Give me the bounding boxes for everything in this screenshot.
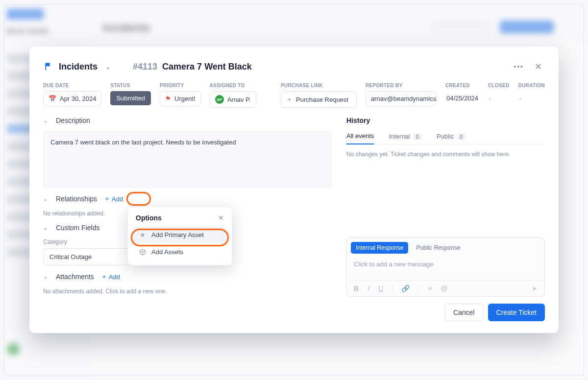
modal-header: Incidents ⌄ #4113 Camera 7 Went Black ••… — [43, 58, 545, 75]
compose-input[interactable]: Click to add a new message — [347, 257, 544, 280]
italic-icon[interactable]: I — [368, 285, 369, 292]
section-attachments-header: ⌄ Attachments ＋ Add — [43, 272, 332, 281]
cancel-button[interactable]: Cancel — [445, 304, 483, 321]
plus-icon: ＋ — [101, 272, 107, 281]
star-icon: ★ — [139, 231, 147, 238]
ticket-id: #4113 — [133, 62, 157, 72]
tab-internal-response[interactable]: Internal Response — [351, 242, 408, 254]
due-date-picker[interactable]: 📅 Apr 30, 2024 — [43, 91, 101, 106]
incidents-icon — [43, 61, 54, 72]
purchase-request-button[interactable]: ＋ Purchase Request — [281, 91, 357, 108]
mention-icon[interactable]: @ — [441, 285, 447, 292]
priority-select[interactable]: ⚑ Urgent! — [160, 91, 201, 106]
close-icon[interactable]: ✕ — [218, 214, 224, 222]
option-add-primary-asset[interactable]: ★ Add Primary Asset — [133, 227, 227, 243]
field-assigned-to: ASSIGNED TO AP Arnav P. — [210, 83, 256, 108]
field-reported-by: REPORTED BY arnav@beamdynamics.io — [366, 83, 437, 106]
ticket-title: Camera 7 Went Black — [162, 62, 252, 72]
plus-icon: ＋ — [286, 95, 293, 104]
align-icon[interactable]: ≡ — [428, 285, 432, 292]
link-icon[interactable]: 🔗 — [401, 285, 410, 292]
description-text[interactable]: Camera 7 went black on the last project.… — [43, 131, 332, 188]
plus-icon: ＋ — [104, 194, 110, 203]
attachments-empty[interactable]: No attachments added. Click to add a new… — [43, 288, 332, 295]
send-icon[interactable]: ➤ — [532, 285, 538, 292]
tab-internal[interactable]: Internal0 — [389, 128, 422, 144]
field-priority: PRIORITY ⚑ Urgent! — [160, 83, 201, 106]
field-purchase-link: PURCHASE LINK ＋ Purchase Request — [281, 83, 357, 108]
reported-by-input[interactable]: arnav@beamdynamics.io — [366, 91, 437, 106]
history-title: History — [346, 117, 545, 124]
tab-all-events[interactable]: All events — [346, 128, 374, 144]
compose-box: Internal Response Public Response Click … — [346, 238, 545, 297]
field-status: STATUS Submitted — [110, 83, 151, 105]
category-select[interactable]: Critical Outage — [43, 248, 139, 265]
breadcrumb-category[interactable]: Incidents — [59, 62, 98, 72]
option-add-assets[interactable]: Add Assets — [133, 244, 227, 260]
add-attachment-button[interactable]: ＋ Add — [101, 272, 120, 281]
bold-icon[interactable]: B — [354, 285, 359, 292]
close-icon[interactable]: ✕ — [532, 58, 545, 75]
chevron-down-icon[interactable]: ⌄ — [43, 273, 49, 280]
chevron-down-icon[interactable]: ⌄ — [43, 195, 49, 202]
fields-row: DUE DATE 📅 Apr 30, 2024 STATUS Submitted… — [43, 83, 545, 108]
history-tabs: All events Internal0 Public0 — [346, 128, 545, 145]
section-description-header: ⌄ Description — [43, 117, 332, 124]
tab-public[interactable]: Public0 — [437, 128, 466, 144]
history-empty: No changes yet. Ticket changes and comme… — [346, 145, 545, 158]
add-relationship-button[interactable]: ＋ Add — [104, 194, 123, 203]
calendar-icon: 📅 — [49, 95, 56, 102]
section-relationships-header: ⌄ Relationships ＋ Add — [43, 194, 332, 203]
chevron-down-icon[interactable]: ⌄ — [43, 117, 49, 124]
field-created: CREATED 04/25/2024 — [445, 83, 479, 105]
status-pill[interactable]: Submitted — [110, 91, 151, 105]
avatar: AP — [215, 95, 224, 104]
compose-toolbar: B I U 🔗 ≡ @ ➤ — [347, 280, 544, 296]
options-popover: Options ✕ ★ Add Primary Asset Add Assets — [127, 207, 232, 265]
field-duration: DURATION - — [518, 83, 545, 105]
popover-title: Options — [136, 214, 162, 222]
create-ticket-button[interactable]: Create Ticket — [488, 304, 545, 321]
field-closed: CLOSED - — [488, 83, 509, 105]
cube-icon — [139, 249, 147, 256]
assignee-select[interactable]: AP Arnav P. — [210, 91, 256, 108]
chevron-down-icon[interactable]: ⌄ — [43, 224, 49, 231]
underline-icon[interactable]: U — [378, 285, 383, 292]
field-due-date: DUE DATE 📅 Apr 30, 2024 — [43, 83, 101, 106]
tab-public-response[interactable]: Public Response — [411, 242, 465, 254]
chevron-down-icon[interactable]: ⌄ — [102, 63, 114, 71]
ticket-modal: Incidents ⌄ #4113 Camera 7 Went Black ••… — [29, 47, 559, 333]
more-menu-icon[interactable]: ••• — [511, 60, 527, 73]
flag-icon: ⚑ — [165, 95, 171, 102]
